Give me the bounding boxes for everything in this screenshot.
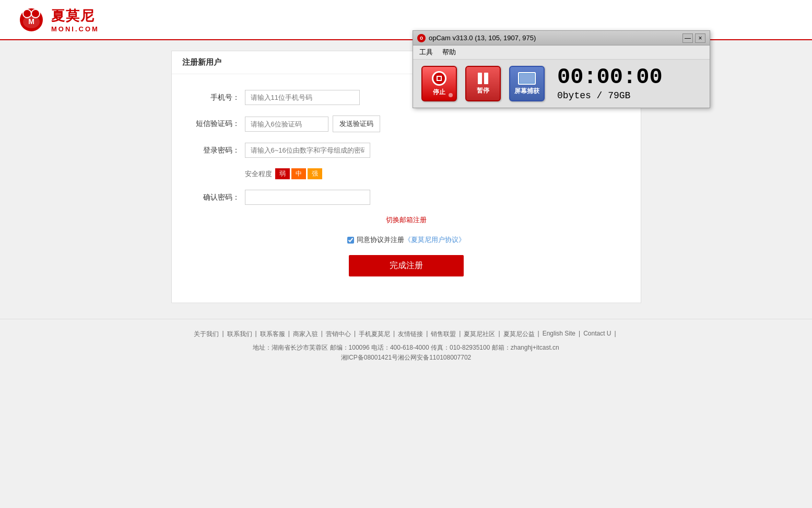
- ocam-minimize-button[interactable]: —: [682, 33, 693, 43]
- ocam-stop-button[interactable]: 停止: [421, 66, 457, 101]
- footer-address-text: 地址：湖南省长沙市芙蓉区 邮编：100096 电话：400-618-4000 传…: [16, 343, 796, 353]
- ocam-window: o opCam v313.0 (13, 105, 1907, 975) — × …: [413, 30, 710, 108]
- phone-label: 手机号：: [193, 93, 240, 102]
- ocam-close-button[interactable]: ×: [695, 33, 705, 43]
- ocam-timer: 00:00:00: [557, 66, 663, 88]
- ocam-stop-icon: [432, 71, 446, 86]
- ocam-screen-icon: [518, 72, 536, 85]
- agreement-link[interactable]: 《夏莫尼用户协议》: [404, 235, 465, 245]
- footer-link-charity[interactable]: 夏莫尼公益: [503, 330, 535, 339]
- logo-text: 夏莫尼 MONI.COM: [51, 7, 99, 33]
- agreement-text: 同意协议并注册: [357, 235, 404, 245]
- strength-row: 安全程度 弱 中 强: [245, 168, 620, 179]
- footer-link-service[interactable]: 联系客服: [260, 330, 285, 339]
- footer-links: 关于我们 | 联系我们 | 联系客服 | 商家入驻 | 营销中心 | 手机夏莫尼…: [16, 330, 796, 339]
- ocam-stop-label: 停止: [433, 88, 445, 97]
- send-code-button[interactable]: 发送验证码: [333, 116, 380, 132]
- switch-email-link[interactable]: 切换邮箱注册: [386, 215, 427, 225]
- divider-9: |: [498, 330, 500, 339]
- logo-icon: M: [16, 5, 47, 34]
- divider-6: |: [393, 330, 395, 339]
- switch-row: 切换邮箱注册: [193, 215, 620, 225]
- password-label: 登录密码：: [193, 146, 240, 155]
- agreement-row: 同意协议并注册 《夏莫尼用户协议》: [193, 235, 620, 245]
- ocam-pause-label: 暂停: [477, 86, 489, 95]
- strength-medium: 中: [291, 168, 306, 179]
- divider-4: |: [321, 330, 323, 339]
- footer-link-english[interactable]: English Site: [543, 330, 575, 339]
- divider-3: |: [288, 330, 290, 339]
- divider-1: |: [222, 330, 223, 339]
- divider-10: |: [538, 330, 539, 339]
- footer-link-about[interactable]: 关于我们: [194, 330, 219, 339]
- registration-body: 手机号： 短信验证码： 发送验证码 登录密码： 安全程度 弱 中 强: [172, 74, 641, 303]
- strength-strong: 强: [308, 168, 322, 179]
- password-input[interactable]: [245, 143, 370, 158]
- sms-input[interactable]: [245, 117, 328, 132]
- divider-11: |: [579, 330, 580, 339]
- submit-button[interactable]: 完成注册: [349, 255, 464, 276]
- ocam-title-left: o opCam v313.0 (13, 105, 1907, 975): [417, 34, 536, 42]
- logo: M 夏莫尼 MONI.COM: [16, 5, 99, 34]
- footer-link-mobile[interactable]: 手机夏莫尼: [359, 330, 390, 339]
- footer-link-marketing[interactable]: 营销中心: [326, 330, 351, 339]
- sms-label: 短信验证码：: [193, 119, 240, 129]
- confirm-password-input[interactable]: [245, 190, 370, 205]
- footer-link-merchant[interactable]: 商家入驻: [293, 330, 318, 339]
- footer-link-friends[interactable]: 友情链接: [398, 330, 423, 339]
- cursor-indicator: [449, 93, 453, 97]
- divider-12: |: [614, 330, 616, 339]
- footer-link-contact-us[interactable]: 联系我们: [227, 330, 252, 339]
- footer-address: 地址：湖南省长沙市芙蓉区 邮编：100096 电话：400-618-4000 传…: [16, 343, 796, 363]
- footer-link-community[interactable]: 夏莫尼社区: [464, 330, 495, 339]
- ocam-menubar: 工具 帮助: [413, 45, 710, 60]
- phone-input[interactable]: [245, 90, 360, 105]
- ocam-screen-label: 屏幕捕获: [514, 87, 539, 96]
- ocam-menu-tools[interactable]: 工具: [417, 47, 435, 58]
- ocam-pause-button[interactable]: 暂停: [465, 66, 501, 101]
- logo-english: MONI.COM: [51, 25, 99, 33]
- strength-weak: 弱: [275, 168, 290, 179]
- strength-label: 安全程度: [245, 169, 272, 179]
- confirm-label: 确认密码：: [193, 193, 240, 202]
- divider-7: |: [426, 330, 428, 339]
- divider-8: |: [459, 330, 461, 339]
- svg-text:M: M: [28, 17, 34, 26]
- divider-5: |: [354, 330, 356, 339]
- ocam-pause-icon: [478, 73, 488, 84]
- password-row: 登录密码：: [193, 143, 620, 158]
- ocam-titlebar: o opCam v313.0 (13, 105, 1907, 975) — ×: [413, 31, 710, 45]
- submit-row: 完成注册: [193, 255, 620, 276]
- ocam-size: 0bytes / 79GB: [557, 90, 663, 101]
- ocam-window-controls: — ×: [682, 33, 705, 43]
- footer: 关于我们 | 联系我们 | 联系客服 | 商家入驻 | 营销中心 | 手机夏莫尼…: [0, 319, 812, 373]
- logo-chinese: 夏莫尼: [51, 7, 95, 25]
- ocam-title-main: pCam v313.0 (13, 105, 1907, 975): [432, 34, 536, 42]
- sms-row: 短信验证码： 发送验证码: [193, 116, 620, 132]
- ocam-screen-button[interactable]: 屏幕捕获: [509, 66, 545, 101]
- ocam-timer-area: 00:00:00 0bytes / 79GB: [557, 66, 663, 101]
- footer-icp: 湘ICP备08001421号湘公网安备110108007702: [16, 353, 796, 363]
- divider-2: |: [255, 330, 257, 339]
- agreement-checkbox[interactable]: [347, 237, 354, 244]
- footer-link-contact[interactable]: Contact U: [583, 330, 611, 339]
- ocam-body: 停止 暂停 屏幕捕获 00:00:00 0bytes / 79GB: [413, 60, 710, 108]
- footer-link-sales[interactable]: 销售联盟: [431, 330, 456, 339]
- confirm-password-row: 确认密码：: [193, 190, 620, 205]
- ocam-menu-help[interactable]: 帮助: [440, 47, 458, 58]
- ocam-app-icon: o: [417, 34, 426, 42]
- ocam-title-text: opCam v313.0 (13, 105, 1907, 975): [429, 34, 536, 42]
